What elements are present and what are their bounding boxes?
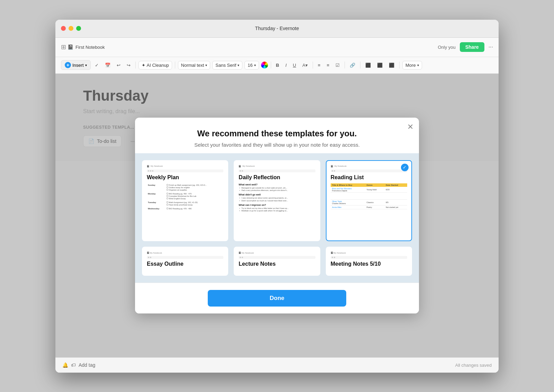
sidebar-toggle-icon[interactable]: ⊞	[61, 43, 66, 51]
save-status: All changes saved	[455, 363, 492, 368]
template-modal: ✕ We recommend these templates for you. …	[135, 118, 419, 313]
tag-icon: 🏷	[71, 362, 76, 368]
window-title: Thursday - Evernote	[255, 26, 299, 31]
checklist-button[interactable]: ☑	[333, 61, 342, 69]
text-style-selector[interactable]: Normal text ▾	[178, 61, 210, 70]
mini-toolbar	[239, 256, 315, 259]
ai-cleanup-button[interactable]: ✦ AI Cleanup	[138, 61, 172, 70]
reflection-went-well: What went well? Managed to get outside f…	[239, 183, 315, 192]
card-notebook-icon: 📓	[239, 165, 241, 167]
divider-7	[399, 62, 400, 69]
color-picker-button[interactable]	[261, 62, 268, 69]
calendar-icon[interactable]: 📅	[103, 61, 113, 69]
divider-3	[271, 62, 271, 69]
card-title: Weekly Plan	[147, 174, 223, 181]
font-size-selector[interactable]: 16 ▾	[244, 61, 259, 70]
card-header: 📓 My Notebook	[331, 252, 407, 254]
card-notebook-icon: 📓	[147, 165, 149, 167]
divider-4	[313, 62, 313, 69]
notebook-breadcrumb[interactable]: 📓 First Notebook	[68, 44, 105, 50]
card-header: 📓 My Notebook	[239, 165, 315, 167]
template-card-reading-list[interactable]: ✓ 📓 My Notebook Reading List	[326, 160, 412, 241]
format-bar: + Insert ▾ ✓ 📅 ↩ ↪ ✦ AI Cleanup Normal t…	[55, 57, 499, 74]
underline-button[interactable]: U	[291, 61, 298, 69]
task-check-icon[interactable]: ✓	[93, 61, 101, 69]
traffic-lights	[61, 26, 81, 31]
modal-title: We recommend these templates for you.	[146, 129, 408, 138]
redo-button[interactable]: ↪	[125, 61, 133, 69]
maximize-button[interactable]	[76, 26, 81, 31]
top-toolbar: ⊞ 📓 First Notebook Only you Share ···	[55, 38, 499, 57]
minimize-button[interactable]	[69, 26, 73, 31]
notebook-icon: 📓	[68, 44, 73, 50]
more-chevron-icon: ▾	[417, 63, 419, 67]
card-title: Lecture Notes	[239, 261, 315, 267]
card-title: Daily Reflection	[239, 174, 315, 181]
numbered-list-button[interactable]: ≡	[324, 61, 331, 69]
modal-footer: Done	[135, 283, 419, 313]
ai-stars-icon: ✦	[142, 63, 145, 68]
insert-plus-icon: +	[65, 62, 71, 68]
modal-subtitle: Select your favorites and they will show…	[146, 142, 408, 148]
mini-toolbar	[147, 170, 223, 172]
template-card-lecture-notes[interactable]: 📓 My Notebook Lecture Notes	[234, 247, 320, 276]
divider-1	[135, 62, 136, 69]
text-style-chevron-icon: ▾	[205, 63, 207, 67]
template-card-essay-outline[interactable]: 📓 My Notebook Essay Outline	[142, 247, 228, 276]
card-title: Meeting Notes 5/10	[331, 261, 407, 267]
mini-toolbar	[331, 170, 407, 172]
template-card-daily-reflection[interactable]: 📓 My Notebook Daily Reflection What went…	[234, 160, 320, 241]
divider-2	[175, 62, 175, 69]
align-left-button[interactable]: ⬛	[363, 61, 373, 69]
card-notebook-icon: 📓	[331, 165, 333, 167]
insert-button[interactable]: + Insert ▾	[61, 60, 91, 70]
template-card-weekly-plan[interactable]: 📓 My Notebook Weekly Plan Sunday	[142, 160, 228, 241]
bell-icon: 🔔	[62, 362, 68, 368]
mini-toolbar	[147, 256, 223, 259]
divider-6	[360, 62, 360, 69]
mini-toolbar	[239, 170, 315, 172]
card-header: 📓 My Notebook	[147, 165, 223, 167]
mini-toolbar	[331, 256, 407, 259]
bottom-bar: 🔔 🏷 Add tag All changes saved	[55, 357, 499, 373]
text-color-button[interactable]: A▾	[300, 61, 310, 69]
card-header: 📓 My Notebook	[239, 252, 315, 254]
more-formatting-button[interactable]: More ▾	[402, 61, 422, 70]
more-options-icon[interactable]: ···	[489, 44, 493, 50]
card-title: Reading List	[331, 174, 407, 181]
close-button[interactable]	[61, 26, 66, 31]
card-title: Essay Outline	[147, 261, 223, 267]
divider-5	[345, 62, 345, 69]
bold-button[interactable]: B	[274, 61, 281, 69]
modal-close-button[interactable]: ✕	[407, 123, 413, 131]
undo-button[interactable]: ↩	[115, 61, 123, 69]
weekly-plan-table: Sunday Finish up Math assignment (pg. 15…	[147, 183, 223, 211]
align-right-button[interactable]: ⬛	[387, 61, 396, 69]
bullet-list-button[interactable]: ≡	[316, 61, 323, 69]
selected-checkmark-icon: ✓	[401, 164, 409, 171]
template-card-meeting-notes[interactable]: 📓 My Notebook Meeting Notes 5/10	[326, 247, 412, 276]
italic-button[interactable]: I	[283, 61, 289, 69]
font-chevron-icon: ▾	[238, 63, 239, 67]
reflection-improve: What can I improve on? Try to block out …	[239, 204, 315, 212]
title-bar: Thursday - Evernote	[55, 20, 499, 38]
card-header: 📓 My Notebook	[147, 252, 223, 254]
modal-header: ✕ We recommend these templates for you. …	[135, 118, 419, 153]
add-tag-area[interactable]: 🔔 🏷 Add tag	[62, 362, 95, 368]
reflection-didnt-go-well: What didn't go well I was stressing out …	[239, 193, 315, 202]
template-grid-container: 📓 My Notebook Weekly Plan Sunday	[135, 153, 419, 283]
notebook-name: First Notebook	[75, 45, 105, 50]
sharing-status: Only you	[438, 45, 455, 50]
link-button[interactable]: 🔗	[348, 61, 357, 69]
card-header: 📓 My Notebook	[331, 165, 407, 167]
align-center-button[interactable]: ⬛	[375, 61, 385, 69]
template-grid: 📓 My Notebook Weekly Plan Sunday	[142, 160, 412, 276]
done-button[interactable]: Done	[208, 290, 346, 307]
share-button[interactable]: Share	[460, 42, 484, 52]
reading-list-table: Title & Where to Buy Genre Date Started …	[331, 183, 407, 209]
font-size-chevron-icon: ▾	[254, 63, 256, 67]
modal-overlay: ✕ We recommend these templates for you. …	[55, 74, 499, 357]
insert-chevron-icon: ▾	[85, 63, 87, 67]
font-selector[interactable]: Sans Serif ▾	[212, 61, 242, 70]
